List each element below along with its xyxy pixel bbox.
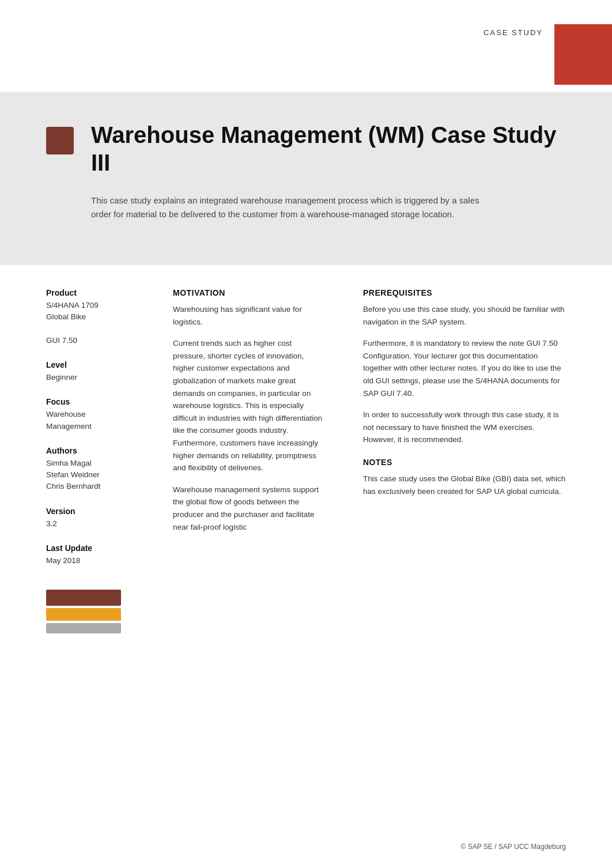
middle-column: MOTIVATION Warehousing has significant v…	[173, 288, 346, 633]
hero-section: Warehouse Management (WM) Case Study III…	[0, 92, 612, 265]
red-decorative-block	[554, 24, 612, 85]
logo-block-bot	[46, 623, 121, 633]
authors-label: Authors	[46, 446, 161, 455]
prerequisites-para2: Furthermore, it is mandatory to review t…	[363, 337, 566, 399]
meta-level-section: Level Beginner	[46, 360, 161, 383]
notes-heading: NOTES	[363, 458, 566, 467]
logo-area	[46, 590, 161, 633]
motivation-para2: Current trends such as higher cost press…	[173, 337, 323, 474]
right-column: PREREQUISITES Before you use this case s…	[346, 288, 566, 633]
logo-block-top	[46, 590, 121, 606]
meta-version-section: Version 3.2	[46, 507, 161, 530]
authors-value-3: Chris Bernhardt	[46, 481, 161, 492]
motivation-heading: MOTIVATION	[173, 288, 323, 297]
version-value: 3.2	[46, 518, 161, 530]
lastupdate-label: Last Update	[46, 544, 161, 553]
hero-description: This case study explains an integrated w…	[91, 194, 483, 221]
main-content: Product S/4HANA 1709 Global Bike GUI 7.5…	[0, 265, 612, 668]
level-label: Level	[46, 360, 161, 369]
focus-value: WarehouseManagement	[46, 409, 161, 432]
motivation-para3: Warehouse management systems support the…	[173, 484, 323, 533]
meta-lastupdate-section: Last Update May 2018	[46, 544, 161, 567]
logo-block-mid	[46, 608, 121, 621]
top-header: CASE STUDY	[0, 0, 612, 92]
product-label: Product	[46, 288, 161, 297]
hero-inner: Warehouse Management (WM) Case Study III	[46, 121, 566, 176]
product-value-spacer	[46, 323, 161, 335]
product-value-2: Global Bike	[46, 311, 161, 323]
lastupdate-value: May 2018	[46, 555, 161, 567]
copyright-text: © SAP SE / SAP UCC Magdeburg	[461, 843, 566, 851]
prerequisites-para1: Before you use this case study, you shou…	[363, 303, 566, 328]
prerequisites-para3: In order to successfully work through th…	[363, 409, 566, 446]
authors-value-2: Stefan Weidner	[46, 469, 161, 481]
authors-value-1: Simha Magal	[46, 458, 161, 469]
prerequisites-heading: PREREQUISITES	[363, 288, 566, 297]
version-label: Version	[46, 507, 161, 516]
meta-product-section: Product S/4HANA 1709 Global Bike GUI 7.5…	[46, 288, 161, 346]
case-study-label: CASE STUDY	[483, 28, 543, 37]
left-column: Product S/4HANA 1709 Global Bike GUI 7.5…	[46, 288, 173, 633]
product-value-3: GUI 7.50	[46, 335, 161, 346]
page-footer: © SAP SE / SAP UCC Magdeburg	[461, 843, 566, 851]
hero-title: Warehouse Management (WM) Case Study III	[91, 121, 566, 176]
notes-para1: This case study uses the Global Bike (GB…	[363, 473, 566, 497]
motivation-para1: Warehousing has significant value for lo…	[173, 303, 323, 328]
product-value-1: S/4HANA 1709	[46, 300, 161, 311]
meta-authors-section: Authors Simha Magal Stefan Weidner Chris…	[46, 446, 161, 493]
level-value: Beginner	[46, 372, 161, 383]
meta-focus-section: Focus WarehouseManagement	[46, 397, 161, 432]
focus-label: Focus	[46, 397, 161, 406]
hero-icon	[46, 127, 74, 154]
